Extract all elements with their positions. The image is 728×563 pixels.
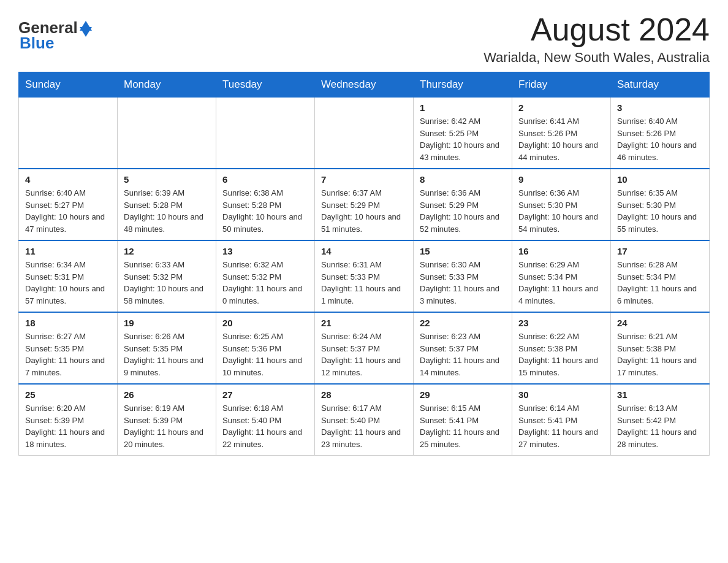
day-info: Sunrise: 6:40 AMSunset: 5:27 PMDaylight:… <box>25 187 111 235</box>
day-number: 25 <box>25 389 111 400</box>
calendar-cell: 18Sunrise: 6:27 AMSunset: 5:35 PMDayligh… <box>19 312 118 384</box>
day-number: 19 <box>124 318 210 328</box>
day-info: Sunrise: 6:23 AMSunset: 5:37 PMDaylight:… <box>420 331 506 378</box>
calendar-cell: 28Sunrise: 6:17 AMSunset: 5:40 PMDayligh… <box>315 384 414 456</box>
day-number: 10 <box>617 174 703 185</box>
calendar-cell: 21Sunrise: 6:24 AMSunset: 5:37 PMDayligh… <box>315 312 414 384</box>
day-info: Sunrise: 6:25 AMSunset: 5:36 PMDaylight:… <box>222 331 308 378</box>
day-info: Sunrise: 6:32 AMSunset: 5:32 PMDaylight:… <box>222 259 308 307</box>
day-number: 2 <box>518 102 604 113</box>
calendar-table: SundayMondayTuesdayWednesdayThursdayFrid… <box>18 72 710 456</box>
day-number: 14 <box>321 246 407 256</box>
day-number: 18 <box>25 318 111 328</box>
calendar-cell: 7Sunrise: 6:37 AMSunset: 5:29 PMDaylight… <box>315 169 414 240</box>
calendar-cell: 16Sunrise: 6:29 AMSunset: 5:34 PMDayligh… <box>512 240 611 312</box>
calendar-cell <box>118 98 216 169</box>
day-number: 8 <box>420 174 506 185</box>
calendar-cell <box>315 98 414 169</box>
day-number: 16 <box>518 246 604 256</box>
day-info: Sunrise: 6:20 AMSunset: 5:39 PMDaylight:… <box>25 402 111 450</box>
week-row-4: 18Sunrise: 6:27 AMSunset: 5:35 PMDayligh… <box>19 312 710 384</box>
day-info: Sunrise: 6:39 AMSunset: 5:28 PMDaylight:… <box>124 187 210 235</box>
column-header-friday: Friday <box>512 72 611 98</box>
day-number: 9 <box>518 174 604 185</box>
calendar-cell: 22Sunrise: 6:23 AMSunset: 5:37 PMDayligh… <box>414 312 512 384</box>
week-row-2: 4Sunrise: 6:40 AMSunset: 5:27 PMDaylight… <box>19 169 710 240</box>
day-info: Sunrise: 6:31 AMSunset: 5:33 PMDaylight:… <box>321 259 407 307</box>
day-number: 7 <box>321 174 407 185</box>
calendar-cell: 11Sunrise: 6:34 AMSunset: 5:31 PMDayligh… <box>19 240 118 312</box>
day-number: 26 <box>124 389 210 400</box>
month-title: August 2024 <box>483 12 710 47</box>
day-number: 6 <box>222 174 308 185</box>
day-number: 21 <box>321 318 407 328</box>
day-number: 4 <box>25 174 111 185</box>
day-number: 28 <box>321 389 407 400</box>
day-info: Sunrise: 6:14 AMSunset: 5:41 PMDaylight:… <box>518 402 604 450</box>
day-number: 23 <box>518 318 604 328</box>
calendar-cell: 25Sunrise: 6:20 AMSunset: 5:39 PMDayligh… <box>19 384 118 456</box>
day-number: 29 <box>420 389 506 400</box>
calendar-cell <box>216 98 315 169</box>
day-info: Sunrise: 6:22 AMSunset: 5:38 PMDaylight:… <box>518 331 604 378</box>
calendar-cell: 23Sunrise: 6:22 AMSunset: 5:38 PMDayligh… <box>512 312 611 384</box>
column-header-sunday: Sunday <box>19 72 118 98</box>
calendar-cell: 8Sunrise: 6:36 AMSunset: 5:29 PMDaylight… <box>414 169 512 240</box>
day-info: Sunrise: 6:33 AMSunset: 5:32 PMDaylight:… <box>124 259 210 307</box>
day-info: Sunrise: 6:26 AMSunset: 5:35 PMDaylight:… <box>124 331 210 378</box>
day-info: Sunrise: 6:41 AMSunset: 5:26 PMDaylight:… <box>518 115 604 163</box>
day-number: 11 <box>25 246 111 256</box>
day-number: 13 <box>222 246 308 256</box>
day-info: Sunrise: 6:37 AMSunset: 5:29 PMDaylight:… <box>321 187 407 235</box>
calendar-cell: 10Sunrise: 6:35 AMSunset: 5:30 PMDayligh… <box>611 169 710 240</box>
day-number: 1 <box>420 102 506 113</box>
calendar-cell: 20Sunrise: 6:25 AMSunset: 5:36 PMDayligh… <box>216 312 315 384</box>
calendar-cell: 3Sunrise: 6:40 AMSunset: 5:26 PMDaylight… <box>611 98 710 169</box>
calendar-cell: 13Sunrise: 6:32 AMSunset: 5:32 PMDayligh… <box>216 240 315 312</box>
calendar-cell: 12Sunrise: 6:33 AMSunset: 5:32 PMDayligh… <box>118 240 216 312</box>
column-header-wednesday: Wednesday <box>315 72 414 98</box>
day-info: Sunrise: 6:17 AMSunset: 5:40 PMDaylight:… <box>321 402 407 450</box>
column-header-monday: Monday <box>118 72 216 98</box>
day-number: 17 <box>617 246 703 256</box>
calendar-cell: 24Sunrise: 6:21 AMSunset: 5:38 PMDayligh… <box>611 312 710 384</box>
logo-blue: Blue <box>20 34 54 53</box>
calendar-cell: 5Sunrise: 6:39 AMSunset: 5:28 PMDaylight… <box>118 169 216 240</box>
day-info: Sunrise: 6:36 AMSunset: 5:29 PMDaylight:… <box>420 187 506 235</box>
day-info: Sunrise: 6:27 AMSunset: 5:35 PMDaylight:… <box>25 331 111 378</box>
column-header-thursday: Thursday <box>414 72 512 98</box>
location-subtitle: Warialda, New South Wales, Australia <box>483 50 710 66</box>
calendar-cell: 15Sunrise: 6:30 AMSunset: 5:33 PMDayligh… <box>414 240 512 312</box>
calendar-cell: 1Sunrise: 6:42 AMSunset: 5:25 PMDaylight… <box>414 98 512 169</box>
week-row-3: 11Sunrise: 6:34 AMSunset: 5:31 PMDayligh… <box>19 240 710 312</box>
day-number: 12 <box>124 246 210 256</box>
day-info: Sunrise: 6:38 AMSunset: 5:28 PMDaylight:… <box>222 187 308 235</box>
week-row-1: 1Sunrise: 6:42 AMSunset: 5:25 PMDaylight… <box>19 98 710 169</box>
column-header-tuesday: Tuesday <box>216 72 315 98</box>
calendar-cell: 14Sunrise: 6:31 AMSunset: 5:33 PMDayligh… <box>315 240 414 312</box>
day-number: 27 <box>222 389 308 400</box>
calendar-cell: 9Sunrise: 6:36 AMSunset: 5:30 PMDaylight… <box>512 169 611 240</box>
day-info: Sunrise: 6:40 AMSunset: 5:26 PMDaylight:… <box>617 115 703 163</box>
page-header: General Blue August 2024 Warialda, New S… <box>18 12 710 66</box>
calendar-cell: 30Sunrise: 6:14 AMSunset: 5:41 PMDayligh… <box>512 384 611 456</box>
day-info: Sunrise: 6:15 AMSunset: 5:41 PMDaylight:… <box>420 402 506 450</box>
day-info: Sunrise: 6:18 AMSunset: 5:40 PMDaylight:… <box>222 402 308 450</box>
day-info: Sunrise: 6:28 AMSunset: 5:34 PMDaylight:… <box>617 259 703 307</box>
day-number: 5 <box>124 174 210 185</box>
day-info: Sunrise: 6:19 AMSunset: 5:39 PMDaylight:… <box>124 402 210 450</box>
day-number: 3 <box>617 102 703 113</box>
day-info: Sunrise: 6:36 AMSunset: 5:30 PMDaylight:… <box>518 187 604 235</box>
day-number: 20 <box>222 318 308 328</box>
calendar-header-row: SundayMondayTuesdayWednesdayThursdayFrid… <box>19 72 710 98</box>
day-info: Sunrise: 6:24 AMSunset: 5:37 PMDaylight:… <box>321 331 407 378</box>
day-info: Sunrise: 6:13 AMSunset: 5:42 PMDaylight:… <box>617 402 703 450</box>
day-info: Sunrise: 6:21 AMSunset: 5:38 PMDaylight:… <box>617 331 703 378</box>
day-info: Sunrise: 6:29 AMSunset: 5:34 PMDaylight:… <box>518 259 604 307</box>
day-info: Sunrise: 6:35 AMSunset: 5:30 PMDaylight:… <box>617 187 703 235</box>
logo: General Blue <box>18 18 92 53</box>
calendar-cell: 29Sunrise: 6:15 AMSunset: 5:41 PMDayligh… <box>414 384 512 456</box>
calendar-cell: 4Sunrise: 6:40 AMSunset: 5:27 PMDaylight… <box>19 169 118 240</box>
day-number: 30 <box>518 389 604 400</box>
calendar-cell: 27Sunrise: 6:18 AMSunset: 5:40 PMDayligh… <box>216 384 315 456</box>
